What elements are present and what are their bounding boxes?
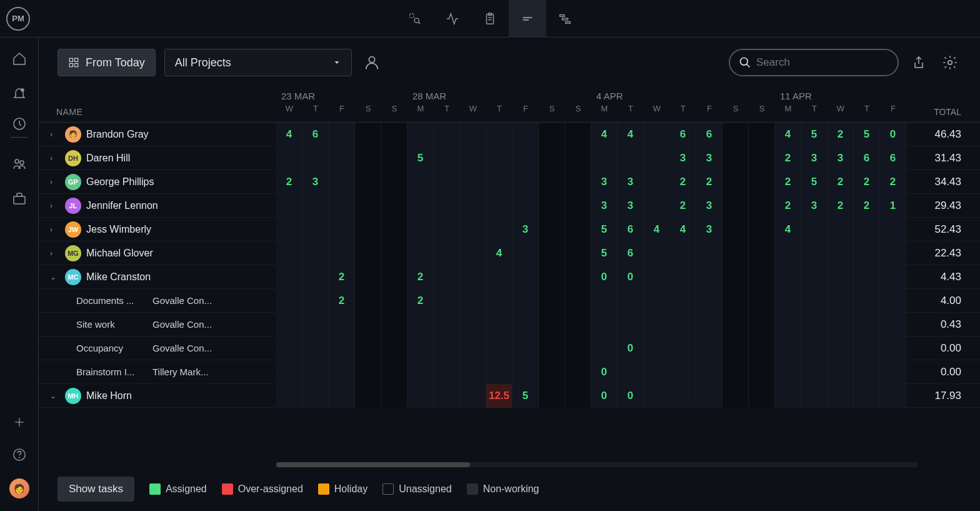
day-cell[interactable] — [565, 123, 591, 146]
day-cell[interactable] — [880, 336, 906, 360]
day-cell[interactable]: 0 — [591, 360, 618, 384]
day-cell[interactable] — [355, 265, 381, 289]
day-cell[interactable] — [880, 289, 906, 313]
chevron-right-icon[interactable]: › — [50, 178, 60, 186]
workload-view-icon[interactable] — [509, 0, 546, 38]
day-cell[interactable] — [486, 146, 512, 170]
day-cell[interactable] — [670, 313, 696, 336]
help-icon[interactable] — [11, 446, 28, 463]
day-cell[interactable] — [722, 384, 749, 408]
day-cell[interactable] — [539, 360, 565, 384]
day-cell[interactable] — [618, 146, 644, 170]
day-cell[interactable] — [828, 336, 854, 360]
day-cell[interactable] — [460, 265, 486, 289]
day-cell[interactable] — [355, 241, 381, 265]
day-cell[interactable]: 4 — [618, 123, 644, 146]
day-cell[interactable] — [775, 384, 801, 408]
day-cell[interactable] — [722, 336, 749, 360]
day-cell[interactable]: 6 — [302, 123, 329, 146]
day-cell[interactable] — [880, 360, 906, 384]
day-cell[interactable] — [512, 146, 539, 170]
day-cell[interactable] — [565, 313, 591, 336]
day-cell[interactable]: 3 — [828, 146, 854, 170]
search-zoom-icon[interactable] — [396, 0, 434, 38]
day-cell[interactable] — [696, 336, 722, 360]
day-cell[interactable]: 3 — [696, 146, 722, 170]
day-cell[interactable] — [276, 384, 302, 408]
day-cell[interactable] — [434, 170, 460, 194]
day-cell[interactable] — [591, 313, 618, 336]
day-cell[interactable] — [565, 384, 591, 408]
chevron-right-icon[interactable]: › — [50, 249, 60, 258]
day-cell[interactable] — [722, 194, 749, 218]
day-cell[interactable] — [355, 313, 381, 336]
day-cell[interactable]: 2 — [828, 123, 854, 146]
day-cell[interactable] — [381, 218, 408, 241]
day-cell[interactable]: 1 — [880, 194, 906, 218]
day-cell[interactable]: 4 — [644, 218, 670, 241]
day-cell[interactable] — [460, 289, 486, 313]
day-cell[interactable] — [512, 170, 539, 194]
day-cell[interactable]: 4 — [670, 218, 696, 241]
day-cell[interactable] — [880, 265, 906, 289]
day-cell[interactable] — [775, 360, 801, 384]
day-cell[interactable] — [276, 289, 302, 313]
day-cell[interactable] — [644, 313, 670, 336]
day-cell[interactable] — [460, 241, 486, 265]
day-cell[interactable] — [408, 218, 434, 241]
day-cell[interactable] — [355, 170, 381, 194]
day-cell[interactable] — [775, 289, 801, 313]
day-cell[interactable] — [722, 146, 749, 170]
gantt-icon[interactable] — [546, 0, 584, 38]
day-cell[interactable]: 2 — [775, 146, 801, 170]
day-cell[interactable] — [329, 146, 355, 170]
day-cell[interactable]: 3 — [696, 194, 722, 218]
day-cell[interactable] — [460, 336, 486, 360]
day-cell[interactable]: 3 — [512, 218, 539, 241]
day-cell[interactable]: 0 — [880, 123, 906, 146]
day-cell[interactable] — [618, 289, 644, 313]
day-cell[interactable] — [329, 384, 355, 408]
day-cell[interactable] — [565, 265, 591, 289]
recent-icon[interactable] — [11, 120, 28, 138]
day-cell[interactable] — [828, 265, 854, 289]
day-cell[interactable] — [696, 265, 722, 289]
chevron-right-icon[interactable]: › — [50, 201, 60, 210]
day-cell[interactable]: 5 — [512, 384, 539, 408]
day-cell[interactable]: 0 — [618, 384, 644, 408]
day-cell[interactable]: 3 — [696, 218, 722, 241]
day-cell[interactable] — [618, 360, 644, 384]
day-cell[interactable]: 2 — [775, 194, 801, 218]
day-cell[interactable] — [276, 360, 302, 384]
day-cell[interactable] — [460, 313, 486, 336]
day-cell[interactable]: 5 — [854, 123, 880, 146]
day-cell[interactable] — [749, 194, 775, 218]
day-cell[interactable] — [539, 146, 565, 170]
day-cell[interactable] — [408, 313, 434, 336]
day-cell[interactable] — [591, 336, 618, 360]
person-filter-icon[interactable] — [361, 51, 383, 74]
day-cell[interactable] — [355, 336, 381, 360]
settings-icon[interactable] — [939, 51, 961, 74]
day-cell[interactable] — [591, 146, 618, 170]
day-cell[interactable] — [801, 336, 828, 360]
day-cell[interactable] — [434, 265, 460, 289]
day-cell[interactable] — [880, 241, 906, 265]
day-cell[interactable] — [854, 265, 880, 289]
day-cell[interactable]: 4 — [276, 123, 302, 146]
day-cell[interactable] — [775, 336, 801, 360]
day-cell[interactable] — [276, 218, 302, 241]
day-cell[interactable] — [539, 265, 565, 289]
day-cell[interactable]: 2 — [329, 265, 355, 289]
day-cell[interactable] — [408, 170, 434, 194]
day-cell[interactable] — [512, 336, 539, 360]
day-cell[interactable] — [722, 313, 749, 336]
day-cell[interactable] — [801, 289, 828, 313]
user-avatar[interactable]: 🧑 — [9, 478, 29, 498]
day-cell[interactable] — [408, 336, 434, 360]
day-cell[interactable] — [696, 384, 722, 408]
day-cell[interactable]: 2 — [854, 194, 880, 218]
add-icon[interactable] — [11, 413, 28, 431]
day-cell[interactable]: 5 — [408, 146, 434, 170]
project-name[interactable]: Govalle Con... — [152, 295, 276, 306]
